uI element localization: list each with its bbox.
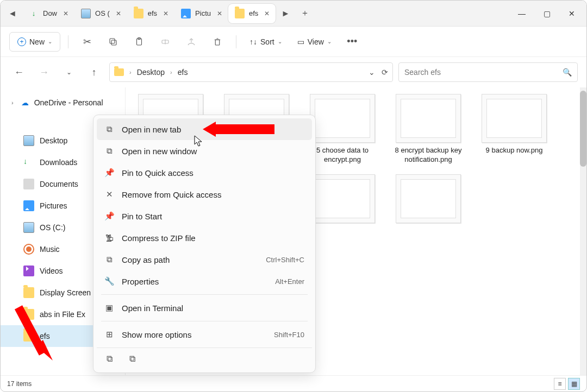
- tab-downloads[interactable]: ↓ Dow ✕: [22, 4, 74, 23]
- breadcrumb-efs[interactable]: efs: [178, 68, 188, 77]
- recent-button[interactable]: ⌄: [59, 62, 79, 82]
- view-icon: ▭: [297, 37, 304, 46]
- sidebar-item-label: Display Screen: [40, 288, 91, 297]
- context-menu: ⧉Open in new tab⧉Open in new window📌Pin …: [93, 115, 316, 373]
- ctx-remove-from-quick-access[interactable]: ✕Remove from Quick access: [97, 184, 312, 205]
- ctx-bottom-bar: ⧉⧉: [97, 347, 312, 369]
- more-button[interactable]: •••: [341, 32, 363, 52]
- back-button[interactable]: ←: [9, 62, 29, 82]
- plus-icon: +: [17, 37, 26, 46]
- tab-forward-button[interactable]: ►: [276, 4, 295, 23]
- tab-new-button[interactable]: ＋: [295, 4, 315, 23]
- sidebar-item-onedrive[interactable]: › ☁ OneDrive - Personal: [1, 92, 125, 113]
- sidebar-item-label: Documents: [40, 180, 78, 188]
- ctx-label: Remove from Quick access: [122, 190, 221, 199]
- maximize-button[interactable]: ▢: [534, 3, 559, 24]
- breadcrumb-desktop[interactable]: Desktop: [137, 68, 165, 77]
- props-icon: 🔧: [104, 276, 114, 286]
- download-icon: ↓: [29, 9, 39, 18]
- document-icon: [23, 179, 34, 189]
- file-thumbnail: [310, 174, 375, 223]
- file-item[interactable]: [394, 174, 463, 236]
- view-button[interactable]: ▭ View ⌄: [292, 32, 337, 52]
- folder-icon: [23, 287, 34, 298]
- search-input[interactable]: Search efs 🔍: [398, 62, 578, 82]
- titlebar: ◄ ↓ Dow ✕ OS ( ✕ efs ✕ Pictu ✕ efs ✕ ► ＋: [1, 1, 586, 27]
- chevron-down-icon: ⌄: [48, 39, 52, 45]
- window-icon: ⧉: [104, 146, 114, 156]
- tab-efs[interactable]: efs ✕: [127, 4, 174, 23]
- sidebar-item-label: Videos: [40, 267, 63, 275]
- file-item[interactable]: 8 encrypt backup key notification.png: [394, 94, 463, 165]
- svg-rect-1: [110, 39, 115, 43]
- ctx-copy-as-path[interactable]: ⧉Copy as pathCtrl+Shift+C: [97, 249, 312, 270]
- status-bar: 17 items ≡ ▦: [1, 375, 586, 391]
- tab-close-button[interactable]: ✕: [263, 9, 271, 18]
- window-controls: — ▢ ✕: [509, 3, 584, 24]
- ctx-open-in-new-window[interactable]: ⧉Open in new window: [97, 140, 312, 162]
- ctx-label: Copy as path: [122, 255, 170, 264]
- forward-button[interactable]: →: [34, 62, 54, 82]
- ctx-show-more-options[interactable]: ⊞Show more optionsShift+F10: [97, 324, 312, 345]
- folder-icon: [235, 9, 245, 18]
- ctx-label: Pin to Quick access: [122, 168, 193, 178]
- ctx-properties[interactable]: 🔧PropertiesAlt+Enter: [97, 270, 312, 292]
- minimize-button[interactable]: —: [509, 3, 534, 24]
- tab-os[interactable]: OS ( ✕: [74, 4, 127, 23]
- sidebar-item-label: OS (C:): [40, 223, 65, 232]
- rename-button[interactable]: [154, 32, 176, 52]
- ctx-shortcut: Shift+F10: [274, 331, 304, 339]
- view-details-button[interactable]: ≡: [554, 378, 566, 390]
- up-button[interactable]: ↑: [84, 62, 104, 82]
- search-icon: 🔍: [563, 68, 572, 77]
- command-toolbar: + New ⌄ ✂ ↑↓ Sort ⌄ ▭ View ⌄ •••: [1, 27, 586, 57]
- tab-efs-active[interactable]: efs ✕: [228, 4, 276, 23]
- ctx-open-in-terminal[interactable]: ▣Open in Terminal: [97, 297, 312, 319]
- video-icon: [23, 265, 34, 276]
- ctx-pin-to-start[interactable]: 📌Pin to Start: [97, 205, 312, 227]
- ctx-label: Properties: [122, 277, 159, 286]
- copy-button[interactable]: [102, 32, 124, 52]
- tab-close-button[interactable]: ✕: [61, 9, 70, 18]
- breadcrumb[interactable]: › Desktop › efs ⌄ ⟳: [109, 62, 393, 82]
- pin-icon: 📌: [104, 211, 114, 221]
- desktop-icon: [23, 135, 34, 146]
- view-icons-button[interactable]: ▦: [568, 378, 580, 390]
- music-icon: [23, 244, 34, 255]
- file-item[interactable]: [308, 174, 377, 236]
- scrollbar-thumb[interactable]: [580, 91, 586, 167]
- sort-button[interactable]: ↑↓ Sort ⌄: [244, 32, 288, 52]
- address-bar: ← → ⌄ ↑ › Desktop › efs ⌄ ⟳ Search efs 🔍: [1, 57, 586, 87]
- file-thumbnail: [396, 174, 461, 223]
- ctx-compress-to-zip-file[interactable]: 🗜Compress to ZIP file: [97, 227, 312, 249]
- chevron-down-icon[interactable]: ⌄: [369, 68, 375, 77]
- download-icon: ↓: [23, 157, 34, 168]
- paste-button[interactable]: [128, 32, 150, 52]
- tab-pictures[interactable]: Pictu ✕: [174, 4, 228, 23]
- file-item[interactable]: 5 choose data to encrypt.png: [308, 94, 377, 165]
- more-icon: ⊞: [104, 330, 114, 339]
- tab-close-button[interactable]: ✕: [114, 9, 123, 18]
- ctx-shortcut: Ctrl+Shift+C: [266, 256, 304, 264]
- picture-icon: [23, 200, 34, 211]
- ctx-pin-to-quick-access[interactable]: 📌Pin to Quick access: [97, 162, 312, 184]
- tab-close-button[interactable]: ✕: [161, 9, 170, 18]
- file-item[interactable]: 9 backup now.png: [480, 94, 548, 165]
- new-button[interactable]: + New ⌄: [9, 32, 60, 52]
- tab-close-button[interactable]: ✕: [215, 9, 224, 18]
- cut-button[interactable]: ✂: [76, 32, 98, 52]
- annotation-arrow-bottom: [10, 302, 54, 369]
- zip-icon: 🗜: [104, 233, 114, 243]
- delete-button[interactable]: [207, 32, 228, 52]
- refresh-button[interactable]: ⟳: [382, 68, 388, 77]
- sort-label: Sort: [260, 37, 274, 46]
- paste-icon[interactable]: ⧉: [127, 354, 137, 364]
- ctx-label: Show more options: [122, 330, 191, 339]
- tab-back-button[interactable]: ◄: [3, 4, 22, 23]
- folder-icon: [134, 9, 143, 18]
- share-button[interactable]: [180, 32, 202, 52]
- tab-label: Pictu: [195, 9, 211, 17]
- copy-icon[interactable]: ⧉: [104, 354, 114, 364]
- close-window-button[interactable]: ✕: [559, 3, 584, 24]
- scrollbar[interactable]: [580, 87, 586, 375]
